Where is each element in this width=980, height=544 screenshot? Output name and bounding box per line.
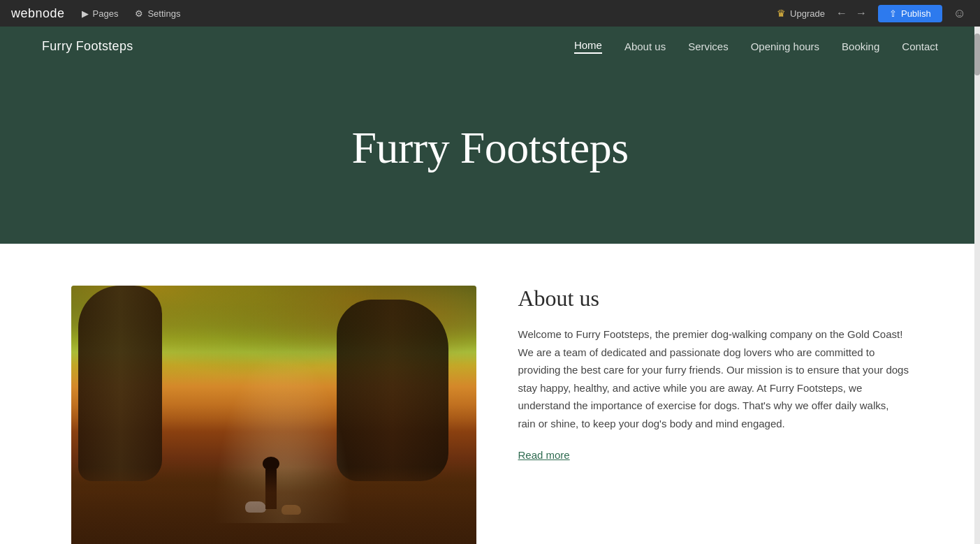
upload-icon: ⇧: [889, 8, 897, 19]
toolbar-left: webnode ▶ Pages ⚙ Settings: [11, 6, 180, 21]
scrollbar-track[interactable]: [974, 27, 980, 544]
site-nav: Home About us Services Opening hours Boo…: [574, 39, 938, 54]
toolbar: webnode ▶ Pages ⚙ Settings ♛ Upgrade ← →…: [0, 0, 980, 27]
nav-services[interactable]: Services: [688, 41, 729, 52]
crown-icon: ♛: [777, 8, 786, 19]
about-image-wrapper: [71, 286, 476, 544]
user-account-button[interactable]: ☺: [951, 3, 969, 24]
nav-contact[interactable]: Contact: [902, 41, 938, 52]
pages-icon: ▶: [82, 8, 89, 19]
main-content: About us Welcome to Furry Footsteps, the…: [0, 244, 980, 544]
about-section: About us Welcome to Furry Footsteps, the…: [71, 286, 909, 544]
site-header: Furry Footsteps Home About us Services O…: [0, 27, 980, 66]
upgrade-label: Upgrade: [790, 8, 825, 19]
webnode-logo: webnode: [11, 6, 65, 21]
publish-label: Publish: [901, 8, 931, 19]
nav-booking[interactable]: Booking: [842, 41, 879, 52]
pages-button[interactable]: ▶ Pages: [82, 8, 119, 19]
settings-button[interactable]: ⚙ Settings: [135, 8, 180, 19]
undo-redo-group: ← →: [833, 4, 870, 22]
about-heading: About us: [518, 286, 909, 311]
hero-section: Furry Footsteps: [0, 66, 980, 244]
tree-left: [78, 286, 162, 481]
toolbar-right: ♛ Upgrade ← → ⇧ Publish ☺: [777, 3, 969, 24]
upgrade-button[interactable]: ♛ Upgrade: [777, 8, 825, 19]
nav-about[interactable]: About us: [624, 41, 666, 52]
settings-label: Settings: [147, 8, 180, 19]
ground: [71, 467, 476, 544]
site-logo: Furry Footsteps: [42, 39, 133, 54]
pages-label: Pages: [93, 8, 119, 19]
redo-button[interactable]: →: [853, 4, 870, 22]
nav-home[interactable]: Home: [574, 39, 602, 54]
scrollbar-thumb[interactable]: [974, 34, 980, 75]
about-body: Welcome to Furry Footsteps, the premier …: [518, 325, 909, 432]
nav-opening-hours[interactable]: Opening hours: [751, 41, 819, 52]
undo-button[interactable]: ←: [833, 4, 850, 22]
about-text: About us Welcome to Furry Footsteps, the…: [518, 286, 909, 462]
gear-icon: ⚙: [135, 8, 143, 19]
publish-button[interactable]: ⇧ Publish: [878, 5, 942, 22]
park-scene: [71, 286, 476, 544]
hero-title: Furry Footsteps: [351, 122, 628, 174]
about-image: [71, 286, 476, 544]
read-more-button[interactable]: Read more: [518, 449, 570, 461]
tree-right: [337, 300, 448, 481]
